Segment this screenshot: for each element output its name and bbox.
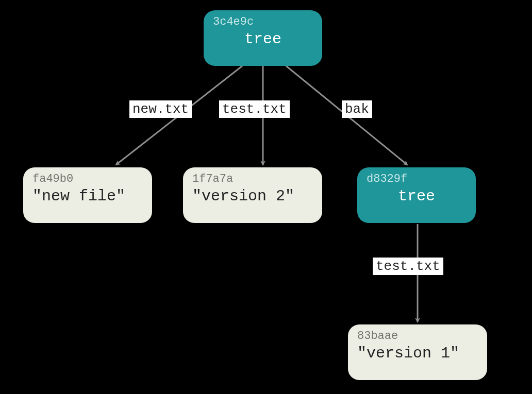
node-blob-new-label: "new file" bbox=[32, 187, 143, 205]
node-root-tree: 3c4e9c tree bbox=[204, 10, 322, 66]
node-blob-v1-label: "version 1" bbox=[357, 345, 478, 362]
node-blob-v2-hash: 1f7a7a bbox=[192, 173, 313, 185]
node-subtree-bak: d8329f tree bbox=[357, 167, 476, 223]
node-blob-new: fa49b0 "new file" bbox=[23, 167, 152, 223]
edge-label-test-txt: test.txt bbox=[219, 100, 290, 118]
node-subtree-bak-label: tree bbox=[367, 187, 467, 205]
node-blob-v2-label: "version 2" bbox=[192, 187, 313, 205]
git-tree-diagram: 3c4e9c tree fa49b0 "new file" 1f7a7a "ve… bbox=[0, 0, 532, 394]
node-blob-v1: 83baae "version 1" bbox=[348, 324, 487, 380]
node-blob-v2: 1f7a7a "version 2" bbox=[183, 167, 322, 223]
edge-label-bak-test-txt: test.txt bbox=[373, 258, 443, 275]
edge-label-new-txt: new.txt bbox=[129, 100, 192, 118]
node-root-label: tree bbox=[213, 30, 313, 48]
node-blob-v1-hash: 83baae bbox=[357, 330, 478, 342]
edge-label-bak: bak bbox=[342, 100, 372, 118]
node-blob-new-hash: fa49b0 bbox=[32, 173, 143, 185]
node-subtree-bak-hash: d8329f bbox=[367, 173, 467, 185]
node-root-hash: 3c4e9c bbox=[213, 15, 313, 28]
